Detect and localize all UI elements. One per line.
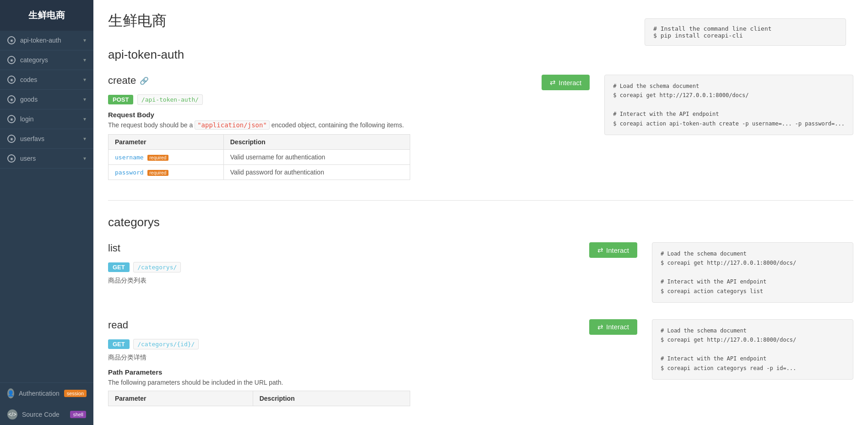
- sidebar-source-code[interactable]: </> Source Code shell: [0, 404, 93, 425]
- authentication-label: Authentication: [19, 390, 60, 397]
- endpoint-list-header: list ⇄ Interact: [108, 242, 637, 258]
- endpoint-read-layout: read ⇄ Interact GET /categorys/{id}/ 商品分…: [108, 319, 853, 410]
- interact-label-list: Interact: [606, 246, 629, 254]
- chevron-icon-goods: ▾: [83, 96, 86, 103]
- chevron-icon-codes: ▾: [83, 76, 86, 83]
- interact-button-list[interactable]: ⇄ Interact: [589, 242, 637, 258]
- chevron-icon-userfavs: ▾: [83, 136, 86, 142]
- sidebar-label-api-token-auth: api-token-auth: [20, 37, 61, 44]
- sidebar-label-userfavs: userfavs: [20, 135, 44, 142]
- section-categorys: categorys list ⇄ Interact GET: [108, 215, 853, 410]
- endpoint-list: list ⇄ Interact GET /categorys/ 商品分类列表: [108, 242, 853, 303]
- endpoint-read-left: read ⇄ Interact GET /categorys/{id}/ 商品分…: [108, 319, 637, 410]
- session-badge: session: [64, 390, 87, 397]
- code-block-create: # Load the schema document $ coreapi get…: [604, 75, 853, 135]
- endpoint-create-code: # Load the schema document $ coreapi get…: [604, 75, 853, 184]
- endpoint-path-create: /api-token-auth/: [137, 94, 203, 105]
- endpoint-path-read: /categorys/{id}/: [133, 339, 199, 349]
- path-params-title: Path Parameters: [108, 368, 637, 376]
- sidebar: 生鲜电商 ◉ api-token-auth ▾ ◉ categorys ▾ ◉ …: [0, 0, 93, 425]
- chevron-icon-api-token-auth: ▾: [83, 37, 86, 44]
- sidebar-item-categorys[interactable]: ◉ categorys ▾: [0, 50, 93, 70]
- endpoint-path-list: /categorys/: [133, 262, 181, 272]
- endpoint-create-title: create 🔗: [108, 75, 149, 87]
- param-name-password: password required: [108, 165, 224, 180]
- endpoint-list-left: list ⇄ Interact GET /categorys/ 商品分类列表: [108, 242, 637, 303]
- list-description: 商品分类列表: [108, 277, 637, 285]
- sidebar-item-goods[interactable]: ◉ goods ▾: [0, 90, 93, 109]
- endpoint-read-code: # Load the schema document $ coreapi get…: [652, 319, 853, 410]
- endpoint-create-method-row: POST /api-token-auth/: [108, 95, 590, 104]
- endpoint-read-title: read: [108, 319, 128, 331]
- interact-button-create[interactable]: ⇄ Interact: [542, 75, 590, 90]
- read-description: 商品分类详情: [108, 354, 637, 362]
- main-content: 生鲜电商 # Install the command line client $…: [93, 0, 868, 425]
- section-api-token-auth: api-token-auth create 🔗 ⇄ Interact: [108, 48, 853, 184]
- page-header: 生鲜电商 # Install the command line client $…: [108, 11, 853, 31]
- sidebar-item-userfavs[interactable]: ◉ userfavs ▾: [0, 129, 93, 149]
- sidebar-label-goods: goods: [20, 96, 38, 103]
- interact-icon-read: ⇄: [597, 323, 603, 331]
- interact-icon-list: ⇄: [597, 246, 603, 254]
- endpoint-list-title: list: [108, 242, 120, 254]
- endpoint-list-layout: list ⇄ Interact GET /categorys/ 商品分类列表: [108, 242, 853, 303]
- link-icon-create: 🔗: [140, 76, 149, 85]
- request-body-title-create: Request Body: [108, 111, 590, 119]
- path-params-desc: The following parameters should be inclu…: [108, 379, 637, 386]
- sidebar-item-api-token-auth[interactable]: ◉ api-token-auth ▾: [0, 31, 93, 50]
- shell-badge: shell: [70, 411, 86, 418]
- section-title-categorys: categorys: [108, 215, 853, 233]
- sidebar-authentication[interactable]: 👤 Authentication session: [0, 383, 93, 404]
- chevron-icon-categorys: ▾: [83, 57, 86, 63]
- sidebar-item-login[interactable]: ◉ login ▾: [0, 109, 93, 129]
- endpoint-create-left: create 🔗 ⇄ Interact POST /api-token-auth…: [108, 75, 590, 184]
- interact-button-read[interactable]: ⇄ Interact: [589, 319, 637, 335]
- nav-icon-categorys: ◉: [7, 56, 16, 64]
- endpoint-read-header: read ⇄ Interact: [108, 319, 637, 335]
- code-icon: </>: [7, 409, 17, 420]
- sidebar-nav: ◉ api-token-auth ▾ ◉ categorys ▾ ◉ codes…: [0, 31, 93, 169]
- code-block-read: # Load the schema document $ coreapi get…: [652, 319, 853, 380]
- interact-label-read: Interact: [606, 323, 629, 331]
- method-badge-list: GET: [108, 262, 130, 272]
- page-title: 生鲜电商: [108, 11, 167, 31]
- endpoint-list-code: # Load the schema document $ coreapi get…: [652, 242, 853, 303]
- sidebar-label-login: login: [20, 115, 34, 123]
- param-row-password: password required Valid password for aut…: [108, 165, 410, 180]
- nav-icon-users: ◉: [7, 154, 16, 163]
- required-badge-username: required: [147, 155, 169, 161]
- section-title-api-token-auth: api-token-auth: [108, 48, 853, 65]
- col-description-read: Description: [253, 391, 410, 406]
- read-label: read: [108, 319, 128, 331]
- sidebar-item-codes[interactable]: ◉ codes ▾: [0, 70, 93, 90]
- nav-icon-userfavs: ◉: [7, 135, 16, 143]
- user-icon: 👤: [7, 388, 14, 398]
- param-desc-username: Valid username for authentication: [223, 150, 410, 165]
- sidebar-title: 生鲜电商: [0, 0, 93, 31]
- content-type-code: "application/json": [195, 120, 270, 130]
- nav-icon-goods: ◉: [7, 95, 16, 104]
- col-description: Description: [223, 135, 410, 150]
- divider-1: [108, 200, 853, 201]
- nav-icon-login: ◉: [7, 115, 16, 123]
- sidebar-label-categorys: categorys: [20, 56, 48, 64]
- top-code-block: # Install the command line client $ pip …: [645, 18, 846, 46]
- endpoint-create: create 🔗 ⇄ Interact POST /api-token-auth…: [108, 75, 853, 184]
- param-row-username: username required Valid username for aut…: [108, 150, 410, 165]
- sidebar-label-users: users: [20, 155, 36, 162]
- source-code-label: Source Code: [22, 411, 60, 418]
- nav-icon-api-token-auth: ◉: [7, 36, 16, 44]
- list-label: list: [108, 242, 120, 254]
- endpoint-read: read ⇄ Interact GET /categorys/{id}/ 商品分…: [108, 319, 853, 410]
- endpoint-list-method-row: GET /categorys/: [108, 262, 637, 272]
- sidebar-label-codes: codes: [20, 76, 37, 83]
- top-code-line-1: # Install the command line client: [653, 25, 837, 32]
- request-body-desc-create: The request body should be a "applicatio…: [108, 121, 590, 129]
- sidebar-item-users[interactable]: ◉ users ▾: [0, 149, 93, 169]
- code-block-list: # Load the schema document $ coreapi get…: [652, 242, 853, 303]
- endpoint-read-method-row: GET /categorys/{id}/: [108, 339, 637, 349]
- col-parameter: Parameter: [108, 135, 224, 150]
- chevron-icon-users: ▾: [83, 155, 86, 162]
- endpoint-create-header: create 🔗 ⇄ Interact: [108, 75, 590, 90]
- param-desc-password: Valid password for authentication: [223, 165, 410, 180]
